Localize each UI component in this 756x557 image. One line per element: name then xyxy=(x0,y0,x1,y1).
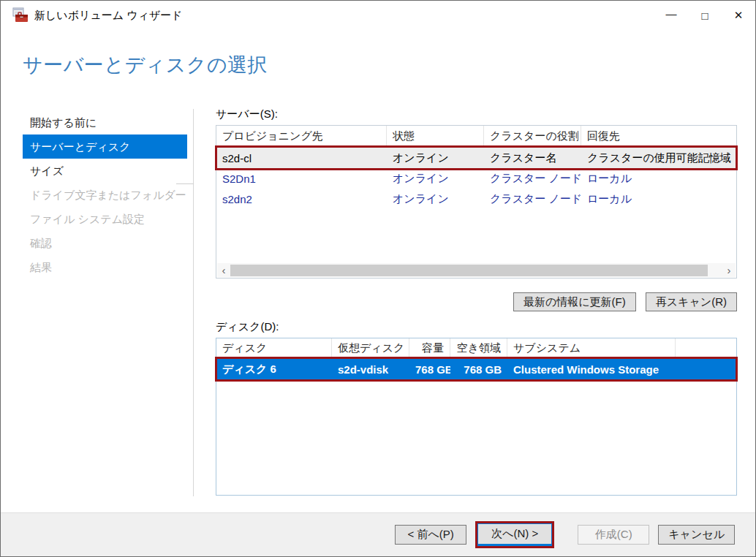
window-title: 新しいボリューム ウィザード xyxy=(34,9,183,23)
column-header-subsystem[interactable]: サブシステム xyxy=(507,338,676,358)
sidebar-item-confirmation: 確認 xyxy=(23,231,187,255)
next-button[interactable]: 次へ(N) > xyxy=(477,523,552,546)
sidebar-item-drive-letter-or-folder: ドライブ文字またはフォルダー xyxy=(23,183,187,207)
caption-buttons: — □ ✕ xyxy=(654,1,755,30)
close-icon: ✕ xyxy=(734,9,744,22)
server-row-s2d-cl[interactable]: s2d-cl オンライン クラスター名 クラスターの使用可能記憶域 xyxy=(216,148,736,168)
maximize-button[interactable]: □ xyxy=(688,1,722,30)
disk-row-disk-6[interactable]: ディスク 6 s2d-vdisk 768 GB 768 GB Clustered… xyxy=(216,359,736,379)
servers-table: プロビジョニング先 状態 クラスターの役割 回復先 s2d-cl オンライン ク… xyxy=(216,125,737,278)
servers-label: サーバー(S): xyxy=(216,107,278,121)
sidebar-divider xyxy=(193,109,194,496)
refresh-button[interactable]: 最新の情報に更新(F) xyxy=(513,292,636,311)
cell-status: オンライン xyxy=(387,151,484,165)
cell-status: オンライン xyxy=(387,172,484,186)
cell-virtual-disk: s2d-vdisk xyxy=(332,363,409,376)
cell-status: オンライン xyxy=(387,192,484,206)
sidebar-item-size[interactable]: サイズ xyxy=(23,159,187,183)
close-button[interactable]: ✕ xyxy=(722,1,755,30)
new-volume-wizard-window: 新しいボリューム ウィザード — □ ✕ サーバーとディスクの選択 開始する前に… xyxy=(0,0,756,557)
minimize-icon: — xyxy=(666,7,677,20)
sidebar-divider-notch xyxy=(176,183,194,184)
server-manager-icon xyxy=(12,7,29,23)
create-button: 作成(C) xyxy=(578,525,649,545)
minimize-button[interactable]: — xyxy=(654,1,688,30)
page-title: サーバーとディスクの選択 xyxy=(23,52,268,78)
column-header-capacity[interactable]: 容量 xyxy=(409,338,450,358)
sidebar-item-results: 結果 xyxy=(23,255,187,279)
wizard-steps-sidebar: 開始する前に サーバーとディスク サイズ ドライブ文字またはフォルダー ファイル… xyxy=(23,110,187,279)
cell-provisioning-target: S2Dn1 xyxy=(216,173,387,185)
disks-label: ディスク(D): xyxy=(216,320,279,334)
cell-destination: ローカル xyxy=(581,192,736,206)
cell-cluster-role: クラスター名 xyxy=(484,151,581,165)
sidebar-item-server-and-disk[interactable]: サーバーとディスク xyxy=(23,134,187,159)
wizard-footer: < 前へ(P) 次へ(N) > 作成(C) キャンセル xyxy=(1,512,755,556)
horizontal-scrollbar[interactable]: ‹ › xyxy=(217,263,736,277)
servers-table-header: プロビジョニング先 状態 クラスターの役割 回復先 xyxy=(216,126,736,148)
titlebar: 新しいボリューム ウィザード — □ ✕ xyxy=(1,1,755,30)
cell-provisioning-target: s2dn2 xyxy=(216,193,387,205)
disks-table: ディスク 仮想ディスク 容量 空き領域 サブシステム ディスク 6 s2d-vd… xyxy=(216,338,737,496)
scroll-left-arrow-icon[interactable]: ‹ xyxy=(217,263,230,277)
back-button[interactable]: < 前へ(P) xyxy=(395,525,466,545)
column-header-destination[interactable]: 回復先 xyxy=(581,126,736,147)
column-header-free-space[interactable]: 空き領域 xyxy=(450,338,507,358)
column-header-cluster-role[interactable]: クラスターの役割 xyxy=(484,126,581,147)
server-actions: 最新の情報に更新(F) 再スキャン(R) xyxy=(216,292,737,311)
column-header-provisioning-target[interactable]: プロビジョニング先 xyxy=(216,126,387,147)
sidebar-item-before-you-begin[interactable]: 開始する前に xyxy=(23,110,187,134)
cell-capacity: 768 GB xyxy=(409,363,450,376)
rescan-button[interactable]: 再スキャン(R) xyxy=(646,292,737,311)
cell-cluster-role: クラスター ノード xyxy=(484,172,581,186)
column-header-disk[interactable]: ディスク xyxy=(216,338,332,358)
cell-destination: クラスターの使用可能記憶域 xyxy=(581,151,736,165)
annotation-highlight-next-button: 次へ(N) > xyxy=(475,521,554,548)
cell-free-space: 768 GB xyxy=(450,363,507,376)
cell-provisioning-target: s2d-cl xyxy=(216,152,387,164)
scrollbar-thumb[interactable] xyxy=(230,265,708,276)
column-header-empty xyxy=(676,338,736,358)
server-row-s2dn2[interactable]: s2dn2 オンライン クラスター ノード ローカル xyxy=(216,189,736,209)
maximize-icon: □ xyxy=(701,10,708,22)
column-header-status[interactable]: 状態 xyxy=(387,126,484,147)
cell-destination: ローカル xyxy=(581,172,736,186)
sidebar-item-file-system-settings: ファイル システム設定 xyxy=(23,207,187,231)
cell-subsystem: Clustered Windows Storage xyxy=(507,363,676,376)
disks-table-header: ディスク 仮想ディスク 容量 空き領域 サブシステム xyxy=(216,338,736,359)
cancel-button[interactable]: キャンセル xyxy=(658,525,735,545)
server-row-s2dn1[interactable]: S2Dn1 オンライン クラスター ノード ローカル xyxy=(216,168,736,189)
cell-disk: ディスク 6 xyxy=(216,363,332,376)
scroll-right-arrow-icon[interactable]: › xyxy=(722,263,736,277)
column-header-virtual-disk[interactable]: 仮想ディスク xyxy=(332,338,409,358)
cell-cluster-role: クラスター ノード xyxy=(484,192,581,206)
